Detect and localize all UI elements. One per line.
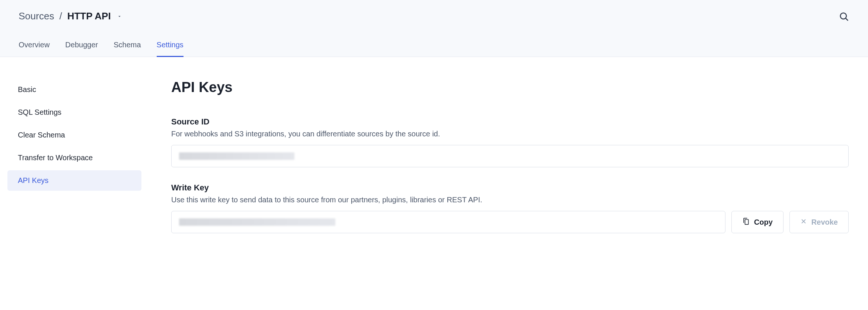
sidebar-item-api-keys[interactable]: API Keys	[7, 170, 141, 191]
clipboard-icon	[742, 218, 750, 227]
page-title: API Keys	[171, 79, 849, 95]
sidebar-item-transfer[interactable]: Transfer to Workspace	[7, 148, 141, 168]
sidebar-item-sql-settings[interactable]: SQL Settings	[7, 102, 141, 123]
breadcrumb: Sources / HTTP API	[19, 10, 122, 22]
chevron-down-icon[interactable]	[117, 14, 122, 19]
sidebar-item-clear-schema[interactable]: Clear Schema	[7, 125, 141, 145]
breadcrumb-row: Sources / HTTP API	[19, 10, 849, 22]
section-write-key: Write Key Use this write key to send dat…	[171, 183, 849, 233]
breadcrumb-separator: /	[59, 10, 62, 22]
copy-button[interactable]: Copy	[731, 211, 784, 233]
topbar: Sources / HTTP API Overview Debugger Sch…	[0, 0, 868, 57]
breadcrumb-parent[interactable]: Sources	[19, 10, 54, 22]
close-icon	[800, 218, 807, 227]
source-id-title: Source ID	[171, 117, 849, 127]
breadcrumb-current[interactable]: HTTP API	[67, 10, 111, 22]
write-key-field[interactable]	[171, 211, 725, 233]
source-id-field[interactable]	[171, 145, 849, 167]
write-key-title: Write Key	[171, 183, 849, 193]
source-id-description: For webhooks and S3 integrations, you ca…	[171, 130, 849, 138]
write-key-description: Use this write key to send data to this …	[171, 196, 849, 204]
revoke-button-label: Revoke	[811, 218, 838, 227]
tab-debugger[interactable]: Debugger	[65, 37, 98, 57]
tab-settings[interactable]: Settings	[157, 37, 184, 57]
redacted-value	[179, 152, 294, 160]
tabs: Overview Debugger Schema Settings	[19, 37, 849, 57]
main: API Keys Source ID For webhooks and S3 i…	[171, 79, 849, 249]
revoke-button[interactable]: Revoke	[789, 211, 849, 233]
section-source-id: Source ID For webhooks and S3 integratio…	[171, 117, 849, 167]
sidebar-item-basic[interactable]: Basic	[7, 79, 141, 100]
tab-overview[interactable]: Overview	[19, 37, 50, 57]
tab-schema[interactable]: Schema	[114, 37, 141, 57]
svg-line-1	[846, 18, 848, 20]
search-icon[interactable]	[838, 11, 849, 22]
redacted-value	[179, 218, 335, 226]
content: Basic SQL Settings Clear Schema Transfer…	[0, 57, 868, 253]
copy-button-label: Copy	[754, 218, 773, 227]
settings-sidebar: Basic SQL Settings Clear Schema Transfer…	[7, 79, 141, 249]
